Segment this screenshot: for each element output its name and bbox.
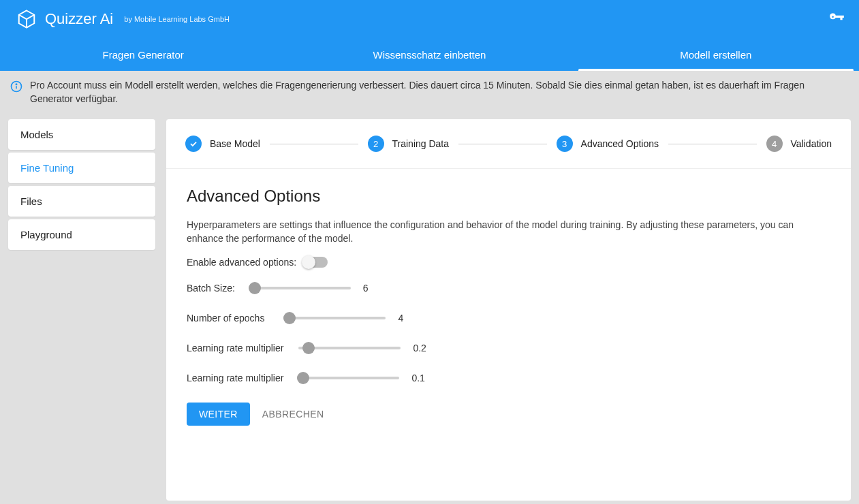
app-header: Quizzer Ai by Mobile Learning Labs GmbH: [0, 0, 859, 38]
epochs-slider[interactable]: [283, 317, 386, 319]
step-base-model[interactable]: Base Model: [185, 136, 260, 152]
slider-label: Number of epochs: [187, 313, 264, 324]
main-tabs: Fragen Generator Wissensschatz einbetten…: [0, 38, 859, 71]
sidebar-item-models[interactable]: Models: [8, 119, 155, 150]
app-title: Quizzer Ai: [45, 10, 113, 28]
info-bar: Pro Account muss ein Modell erstellt wer…: [0, 71, 859, 114]
learning-rate-slider-2[interactable]: [297, 377, 399, 379]
enable-advanced-toggle[interactable]: [303, 257, 328, 268]
info-icon: [10, 80, 23, 97]
step-number: 2: [368, 136, 384, 152]
step-divider: [270, 144, 358, 144]
sidebar-item-files[interactable]: Files: [8, 186, 155, 217]
slider-row-lr-1: Learning rate multiplier 0.2: [187, 343, 830, 353]
sidebar-item-fine-tuning[interactable]: Fine Tuning: [8, 153, 155, 183]
cancel-button[interactable]: ABBRECHEN: [262, 409, 324, 420]
learning-rate-slider[interactable]: [298, 347, 401, 349]
info-text: Pro Account muss ein Modell erstellt wer…: [30, 79, 849, 106]
slider-row-epochs: Number of epochs 4: [187, 313, 830, 324]
continue-button[interactable]: WEITER: [187, 403, 250, 426]
step-label: Advanced Options: [581, 138, 659, 149]
slider-value: 4: [398, 313, 417, 324]
step-number: 4: [766, 136, 783, 152]
slider-thumb: [283, 312, 296, 324]
step-label: Training Data: [392, 138, 450, 149]
main-panel: Base Model 2 Training Data 3 Advanced Op…: [166, 119, 851, 501]
cube-icon: [16, 9, 37, 29]
toggle-row: Enable advanced options:: [187, 257, 830, 268]
slider-row-lr-2: Learning rate multiplier 0.1: [187, 373, 830, 383]
step-divider: [668, 144, 757, 144]
slider-thumb: [297, 372, 309, 384]
sidebar: Models Fine Tuning Files Playground: [8, 119, 155, 250]
slider-row-batch-size: Batch Size: 6: [187, 283, 830, 294]
slider-label: Learning rate multiplier: [187, 343, 283, 353]
batch-size-slider[interactable]: [249, 287, 351, 289]
step-advanced-options[interactable]: 3 Advanced Options: [557, 136, 659, 152]
slider-value: 6: [363, 283, 382, 294]
slider-value: 0.2: [413, 343, 432, 353]
action-row: WEITER ABBRECHEN: [187, 403, 830, 426]
slider-thumb: [249, 282, 261, 294]
svg-point-2: [16, 84, 16, 84]
step-divider: [458, 144, 547, 144]
tab-fragen-generator[interactable]: Fragen Generator: [0, 38, 286, 71]
section-description: Hyperparameters are settings that influe…: [187, 218, 830, 246]
slider-thumb: [302, 342, 315, 354]
toggle-knob: [302, 255, 315, 269]
section-title: Advanced Options: [187, 187, 830, 206]
slider-value: 0.1: [411, 373, 431, 383]
stepper: Base Model 2 Training Data 3 Advanced Op…: [166, 119, 851, 169]
step-validation[interactable]: 4 Validation: [766, 136, 832, 152]
step-number: 3: [557, 136, 573, 152]
step-label: Base Model: [210, 138, 260, 149]
check-icon: [185, 136, 202, 152]
step-training-data[interactable]: 2 Training Data: [368, 136, 450, 152]
slider-label: Learning rate multiplier: [187, 373, 283, 383]
tab-wissensschatz[interactable]: Wissensschatz einbetten: [286, 38, 572, 71]
sidebar-item-playground[interactable]: Playground: [8, 219, 155, 250]
app-subtitle: by Mobile Learning Labs GmbH: [124, 15, 230, 23]
step-label: Validation: [791, 138, 832, 149]
tab-modell-erstellen[interactable]: Modell erstellen: [573, 38, 859, 71]
slider-label: Batch Size:: [187, 283, 235, 294]
content-area: Advanced Options Hyperparameters are set…: [166, 169, 851, 443]
toggle-label: Enable advanced options:: [187, 257, 296, 268]
key-icon[interactable]: [828, 9, 845, 29]
logo-wrap: Quizzer Ai by Mobile Learning Labs GmbH: [16, 9, 230, 29]
